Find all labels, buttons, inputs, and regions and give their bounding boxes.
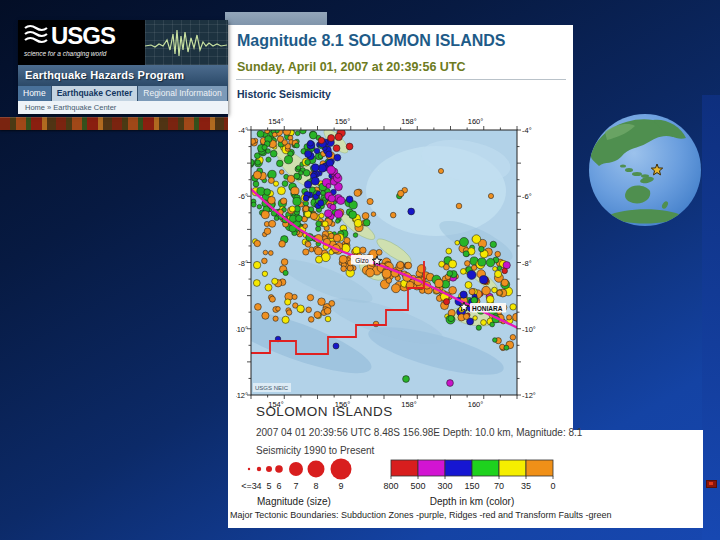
svg-text:154°: 154° (268, 117, 284, 126)
usgs-header-block: USGS science for a changing world Earthq… (18, 20, 228, 114)
program-banner: Earthquake Hazards Program (18, 65, 228, 86)
map-caption-region: SOLOMON ISLANDS (256, 404, 393, 419)
tectonic-footnote: Major Tectonic Boundaries: Subduction Zo… (230, 510, 642, 520)
red-edge-mark (706, 480, 717, 488)
svg-text:-12°: -12° (236, 391, 248, 400)
page-title: Magnitude 8.1 SOLOMON ISLANDS (237, 32, 505, 50)
svg-text:-6°: -6° (238, 192, 248, 201)
site-nav: Home Earthquake Center Regional Informat… (18, 86, 228, 101)
svg-text:8: 8 (313, 481, 318, 491)
svg-text:-8°: -8° (238, 259, 248, 268)
svg-text:-6°: -6° (522, 192, 532, 201)
event-datetime: Sunday, April 01, 2007 at 20:39:56 UTC (237, 60, 466, 74)
breadcrumb[interactable]: Home » Earthquake Center (18, 101, 228, 114)
svg-text:70: 70 (494, 481, 504, 491)
svg-text:4: 4 (256, 481, 261, 491)
svg-text:USGS NEIC: USGS NEIC (255, 385, 289, 391)
map-caption-event: 2007 04 01 20:39:56 UTC 8.48S 156.98E De… (256, 427, 582, 438)
logo-row: USGS science for a changing world (18, 20, 228, 65)
svg-text:Depth in km (color): Depth in km (color) (430, 496, 514, 507)
svg-text:160°: 160° (468, 400, 484, 409)
svg-text:0: 0 (550, 481, 555, 491)
svg-text:9: 9 (338, 481, 343, 491)
svg-text:-8°: -8° (522, 259, 532, 268)
svg-text:156°: 156° (335, 117, 351, 126)
svg-text:5: 5 (266, 481, 271, 491)
svg-text:-12°: -12° (522, 391, 536, 400)
svg-text:800: 800 (383, 481, 398, 491)
globe-locator (585, 110, 705, 230)
svg-text:-10°: -10° (236, 325, 248, 334)
svg-text:-4°: -4° (522, 126, 532, 135)
svg-text:500: 500 (410, 481, 425, 491)
svg-text:Gizo: Gizo (355, 257, 369, 264)
usgs-wordmark: USGS (51, 23, 115, 49)
usgs-tagline: science for a changing world (24, 50, 145, 57)
divider (236, 79, 566, 80)
svg-text:300: 300 (437, 481, 452, 491)
nav-tab-earthquake-center[interactable]: Earthquake Center (52, 86, 139, 101)
seismicity-map: GizoHONIARAUSGS NEIC154°154°156°156°158°… (236, 111, 544, 411)
svg-text:HONIARA: HONIARA (472, 305, 503, 312)
svg-text:7: 7 (293, 481, 298, 491)
usgs-logo: USGS science for a changing world (18, 20, 145, 65)
seismograph-trace (145, 20, 228, 65)
svg-text:-10°: -10° (522, 325, 536, 334)
svg-text:<=3: <=3 (241, 481, 257, 491)
usgs-wave-icon (24, 24, 48, 48)
svg-text:160°: 160° (468, 117, 484, 126)
section-label: Historic Seismicity (237, 88, 331, 100)
svg-text:6: 6 (276, 481, 281, 491)
nav-tab-home[interactable]: Home (18, 86, 52, 101)
slide-background: USGS science for a changing world Earthq… (0, 0, 720, 540)
svg-text:35: 35 (521, 481, 531, 491)
nav-tab-regional-information[interactable]: Regional Information (138, 86, 228, 101)
mosaic-border-strip (0, 117, 230, 130)
svg-text:150: 150 (464, 481, 479, 491)
svg-text:158°: 158° (401, 400, 417, 409)
svg-text:158°: 158° (401, 117, 417, 126)
map-legend: <=3456789Magnitude (size)800500300150703… (232, 452, 612, 514)
svg-text:-4°: -4° (238, 126, 248, 135)
svg-text:Magnitude (size): Magnitude (size) (257, 496, 331, 507)
